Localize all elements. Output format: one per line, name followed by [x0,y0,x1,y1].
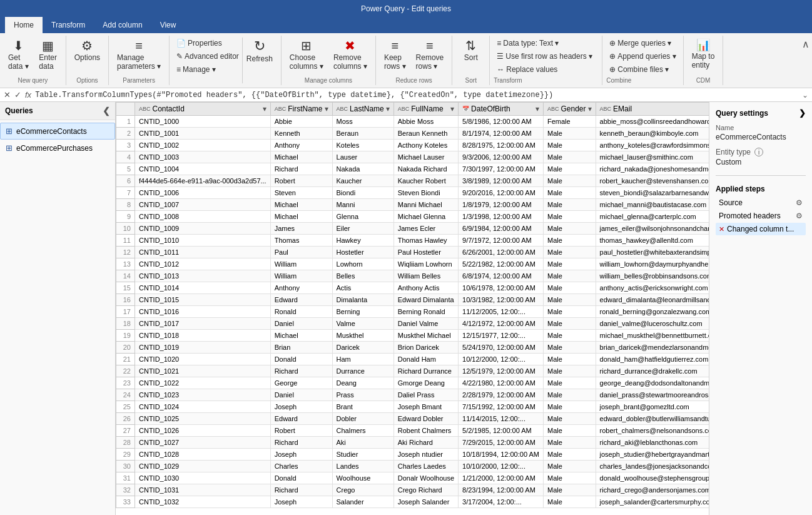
table-row[interactable]: 9CNTID_1008MichaelGlennaMichael Glenna1/… [116,211,709,223]
ribbon-collapse-button[interactable]: ∧ [802,38,809,50]
cell-firstname: Robert [270,175,332,187]
remove-columns-button[interactable]: ✖ Removecolumns ▾ [329,37,372,73]
table-row[interactable]: 17CNTID_1016RonaldBerningBerning Ronald1… [116,306,709,318]
cell-firstname: Richard [270,365,332,377]
cell-fullname: Anthony Actis [393,282,458,294]
replace-values-button[interactable]: ↔ Replace values [494,63,596,76]
tab-view[interactable]: View [151,17,185,33]
keep-rows-button[interactable]: ≡ Keeprows ▾ [380,37,410,73]
table-row[interactable]: 16CNTID_1015EdwardDimalantaEdward Dimala… [116,294,709,306]
dateofbirth-filter-icon[interactable]: ▾ [535,105,539,113]
remove-rows-button[interactable]: ≡ Removerows ▾ [412,37,449,73]
table-row[interactable]: 23CNTID_1022GeorgeDeangGmorge Deang4/22/… [116,377,709,389]
row-number: 3 [116,140,135,151]
cell-gender: Male [543,140,596,151]
table-row[interactable]: 22CNTID_1021RichardDurranceRichard Durra… [116,365,709,377]
queries-collapse-button[interactable]: ❮ [103,106,110,116]
tab-transform[interactable]: Transform [43,17,94,33]
step-delete-icon[interactable]: ✕ [719,225,724,233]
cell-fullname: James Ecler [393,223,458,235]
table-row[interactable]: 6f4444de5-664e-e911-a9ac-000d3a2d57...Ro… [116,175,709,187]
grid-container[interactable]: ABC ContactId ▾ ABC FirstName ▾ [116,102,709,515]
formula-input[interactable] [35,91,798,99]
query-item-ecommercepurchases[interactable]: ⊞ eCommercePurchases [0,140,115,156]
reduce-rows-label: Reduce rows [395,77,432,84]
manage-parameters-button[interactable]: ≡ Manageparameters ▾ [113,37,165,73]
sort-button[interactable]: ⇅ Sort [457,37,485,64]
combine-files-button[interactable]: ⊕ Combine files ▾ [606,63,679,76]
table-row[interactable]: 7CNTID_1006StevenBiondiSteven Biondi9/20… [116,187,709,199]
fullname-label: FullName [411,105,443,113]
table-row[interactable]: 14CNTID_1013WilliamBellesWilliam Belles6… [116,270,709,282]
advanced-editor-button[interactable]: ✎ Advanced editor [173,50,242,63]
step-promoted-headers[interactable]: Promoted headers ⚙ [716,210,806,222]
step-source-gear-icon[interactable]: ⚙ [796,198,803,207]
cell-lastname: Deang [332,377,393,389]
table-row[interactable]: 18CNTID_1017DanielValmeDaniel Valme4/12/… [116,318,709,330]
cell-lastname: Belles [332,270,393,282]
table-row[interactable]: 24CNTID_1023DanielPrassDaliel Prass2/28/… [116,389,709,401]
entity-type-info-icon[interactable]: i [754,148,763,156]
formula-expand-icon[interactable]: ⌄ [802,91,808,99]
table-row[interactable]: 21CNTID_1020DonaldHamDonald Ham10/12/200… [116,354,709,365]
ribbon-group-query: 📄 Properties ✎ Advanced editor ≡ Manage … [170,36,282,85]
enter-data-button[interactable]: ▦ Enterdata [34,37,62,73]
step-changed-column[interactable]: ✕ Changed column t... [716,223,806,235]
contactid-type-icon: ABC [139,106,151,112]
cell-email: steven_biondi@salazarbarnesandwilliams.c… [596,187,709,199]
table-row[interactable]: 20CNTID_1019BrianDaricekBrion Daricek5/2… [116,342,709,354]
query-item-ecommercecontacts[interactable]: ⊞ eCommerceContacts [0,123,115,140]
cell-dateofbirth: 6/26/2001, 12:00:00 AM [459,247,544,258]
use-first-row-button[interactable]: ☰ Use first row as headers ▾ [494,50,596,63]
refresh-button[interactable]: ↻ Refresh [242,37,277,84]
table-row[interactable]: 11CNTID_1010ThomasHawkeyThomas Hawley9/7… [116,235,709,247]
row-number: 16 [116,294,135,306]
table-row[interactable]: 33CNTID_1032JosephSalanderJoseph Salande… [116,496,709,508]
contactid-filter-icon[interactable]: ▾ [263,105,266,113]
data-table: ABC ContactId ▾ ABC FirstName ▾ [116,102,709,508]
data-type-button[interactable]: ≡ Data type: Text ▾ [494,37,596,49]
manage-button[interactable]: ≡ Manage ▾ [173,63,242,76]
table-row[interactable]: 3CNTID_1002AnthonyKotelesActhony Koteles… [116,140,709,151]
append-queries-button[interactable]: ⊕ Append queries ▾ [606,50,679,63]
use-first-row-label: Use first row as headers ▾ [505,52,592,61]
table-row[interactable]: 31CNTID_1030DonaldWoolhouseDonalr Woolho… [116,472,709,484]
table-row[interactable]: 25CNTID_1024JosephBrantJoseph Bmant7/15/… [116,401,709,413]
table-row[interactable]: 32CNTID_1031RichardCregoCrego Richard8/2… [116,484,709,496]
step-promoted-headers-gear-icon[interactable]: ⚙ [796,212,803,220]
table-row[interactable]: 5CNTID_1004RichardNakadaNakada Richard7/… [116,163,709,175]
properties-button[interactable]: 📄 Properties [173,37,242,49]
table-row[interactable]: 10CNTID_1009JamesEilerJames Ecler6/9/198… [116,223,709,235]
fullname-filter-icon[interactable]: ▾ [450,105,454,113]
firstname-filter-icon[interactable]: ▾ [325,105,328,113]
table-row[interactable]: 27CNTID_1026RobertChalmersRobent Chalmer… [116,425,709,437]
table-row[interactable]: 12CNTID_1011PaulHostetlerPaul Hostetler6… [116,247,709,258]
lastname-filter-icon[interactable]: ▾ [386,105,390,113]
cell-firstname: Kenneth [270,128,332,140]
step-source[interactable]: Source ⚙ [716,196,806,209]
table-row[interactable]: 19CNTID_1018MichaelMuskthelMuskthel Mich… [116,330,709,342]
tab-add-column[interactable]: Add column [94,17,151,33]
tab-home[interactable]: Home [5,17,43,33]
table-row[interactable]: 8CNTID_1007MichaelManniManni Michael1/8/… [116,199,709,211]
table-row[interactable]: 30CNTID_1029CharlesLandesCharles Laedes1… [116,461,709,472]
table-row[interactable]: 1CNTID_1000AbbieMossAbbie Moss5/8/1986, … [116,116,709,128]
cell-contactid: CNTID_1022 [135,377,271,389]
map-to-entity-button[interactable]: 📊 Map toentity [688,37,719,72]
row-number: 28 [116,437,135,449]
choose-columns-button[interactable]: ⊞ Choosecolumns ▾ [285,37,328,73]
cell-firstname: Robert [270,425,332,437]
merge-queries-button[interactable]: ⊕ Merge queries ▾ [606,37,679,49]
table-row[interactable]: 4CNTID_1003MichaelLauserMichael Lauser9/… [116,151,709,163]
applied-steps-section: Applied steps Source ⚙ Promoted headers … [716,185,806,235]
get-data-button[interactable]: ⬇ Getdata ▾ [4,37,33,73]
table-row[interactable]: 28CNTID_1027RichardAkiAki Richard7/29/20… [116,437,709,449]
table-row[interactable]: 15CNTID_1014AnthonyActisAnthony Actis10/… [116,282,709,294]
table-row[interactable]: 29CNTID_1028JosephStudierJoseph ntudier1… [116,449,709,461]
gender-filter-icon[interactable]: ▾ [588,105,592,113]
table-row[interactable]: 13CNTID_1012WilliamLowhornWiqliiam Lowho… [116,258,709,270]
table-row[interactable]: 26CNTID_1025EdwardDoblerEdward Dobler11/… [116,413,709,425]
query-settings-expand-icon[interactable]: ❯ [799,108,806,118]
options-button[interactable]: ⚙ Options [70,37,104,64]
table-row[interactable]: 2CNTID_1001KennethBeraunBeraun Kenneth8/… [116,128,709,140]
